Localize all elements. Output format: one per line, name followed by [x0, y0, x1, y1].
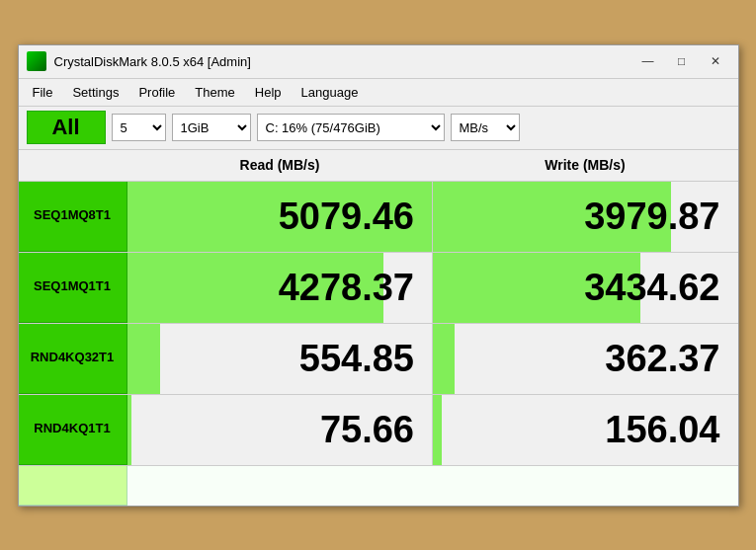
results-table: Read (MB/s) Write (MB/s) SEQ1M Q8T1 5079…	[19, 150, 738, 506]
maximize-button[interactable]: □	[667, 50, 697, 72]
menu-bar: File Settings Profile Theme Help Languag…	[19, 79, 738, 107]
write-value-seq1m-q8t1: 3979.87	[433, 182, 738, 252]
app-window: CrystalDiskMark 8.0.5 x64 [Admin] — □ ✕ …	[18, 44, 739, 507]
menu-file[interactable]: File	[23, 82, 63, 103]
window-title: CrystalDiskMark 8.0.5 x64 [Admin]	[54, 54, 251, 69]
minimize-button[interactable]: —	[633, 50, 663, 72]
menu-help[interactable]: Help	[245, 82, 292, 103]
menu-settings[interactable]: Settings	[62, 82, 128, 103]
title-bar-left: CrystalDiskMark 8.0.5 x64 [Admin]	[27, 51, 251, 71]
title-bar-controls: — □ ✕	[633, 50, 730, 72]
row-label-rnd4k-q1t1: RND4K Q1T1	[19, 395, 127, 465]
menu-theme[interactable]: Theme	[185, 82, 244, 103]
row-label-seq1m-q1t1: SEQ1M Q1T1	[19, 253, 127, 323]
app-icon	[27, 51, 46, 71]
table-row: SEQ1M Q1T1 4278.37 3434.62	[19, 253, 738, 324]
size-select[interactable]: 1GiB 512MiB 2GiB 4GiB	[172, 114, 251, 141]
all-button[interactable]: All	[27, 111, 106, 144]
table-row: RND4K Q1T1 75.66 156.04	[19, 395, 738, 466]
read-value-rnd4k-q32t1: 554.85	[127, 324, 434, 394]
empty-row	[19, 466, 738, 506]
table-row: SEQ1M Q8T1 5079.46 3979.87	[19, 182, 738, 253]
write-value-seq1m-q1t1: 3434.62	[433, 253, 738, 323]
unit-select[interactable]: MB/s GB/s IOPS μs	[451, 114, 520, 141]
close-button[interactable]: ✕	[701, 50, 730, 72]
table-header-row: Read (MB/s) Write (MB/s)	[19, 150, 738, 182]
menu-language[interactable]: Language	[292, 82, 369, 103]
read-value-rnd4k-q1t1: 75.66	[127, 395, 434, 465]
empty-row-label	[19, 466, 127, 506]
toolbar: All 5 1 3 10 1GiB 512MiB 2GiB 4GiB C: 16…	[19, 107, 738, 150]
row-label-seq1m-q8t1: SEQ1M Q8T1	[19, 182, 127, 252]
title-bar: CrystalDiskMark 8.0.5 x64 [Admin] — □ ✕	[19, 45, 738, 79]
write-value-rnd4k-q1t1: 156.04	[433, 395, 738, 465]
write-value-rnd4k-q32t1: 362.37	[433, 324, 738, 394]
table-row: RND4K Q32T1 554.85 362.37	[19, 324, 738, 395]
write-column-header: Write (MB/s)	[433, 157, 738, 173]
count-select[interactable]: 5 1 3 10	[112, 114, 166, 141]
read-value-seq1m-q8t1: 5079.46	[127, 182, 434, 252]
read-column-header: Read (MB/s)	[127, 157, 433, 173]
read-value-seq1m-q1t1: 4278.37	[127, 253, 434, 323]
row-label-rnd4k-q32t1: RND4K Q32T1	[19, 324, 127, 394]
drive-select[interactable]: C: 16% (75/476GiB)	[257, 114, 445, 141]
menu-profile[interactable]: Profile	[128, 82, 185, 103]
